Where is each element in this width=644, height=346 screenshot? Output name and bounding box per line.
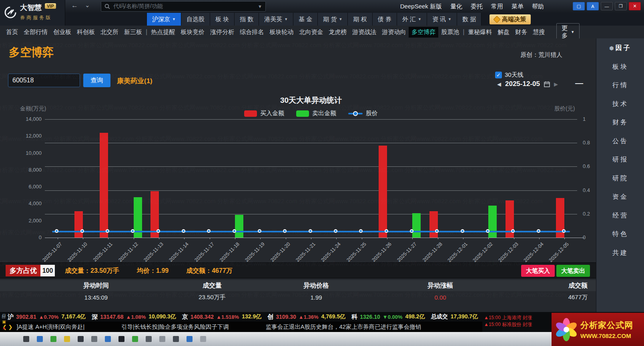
- nav-tab-板块[interactable]: 板 块: [210, 13, 235, 26]
- taskbar-icon[interactable]: [78, 336, 84, 342]
- date-next-icon[interactable]: ▶: [554, 81, 558, 87]
- index-name[interactable]: 沪: [8, 313, 14, 321]
- taskbar-icon[interactable]: [173, 336, 179, 342]
- taskbar-icon[interactable]: [64, 336, 70, 342]
- legend-item-卖出金额[interactable]: 卖出金额: [296, 110, 336, 117]
- font-button[interactable]: A: [587, 2, 599, 10]
- restore-button[interactable]: ❐: [615, 2, 627, 10]
- nav-tab-期权[interactable]: 期 权: [348, 13, 372, 26]
- date-prev-icon[interactable]: ◀: [497, 81, 501, 87]
- ticker-headline[interactable]: 引导|长钱长投|险企多项业务风险因子下调: [121, 323, 229, 331]
- sidebar-item-公告[interactable]: 公告: [596, 137, 644, 146]
- taskbar-icon[interactable]: [118, 336, 124, 342]
- menu-item-新三板[interactable]: 新三板: [121, 27, 145, 38]
- taskbar-icon[interactable]: [23, 336, 29, 342]
- big-sell-button[interactable]: 大笔卖出: [556, 265, 590, 277]
- taskbar-icon[interactable]: [50, 336, 56, 342]
- sidebar-item-板块[interactable]: 板块: [596, 63, 644, 71]
- taskbar-icon[interactable]: [132, 336, 138, 342]
- nav-tab-期货[interactable]: 期 货▼: [318, 13, 348, 26]
- chevron-down-icon[interactable]: ⌄: [85, 2, 90, 9]
- table-row[interactable]: 13:45:09 23.50万手 1.99 0.00 4677万: [0, 291, 596, 303]
- premium-label: 高端决策: [502, 16, 526, 23]
- title-menu-item[interactable]: 常用: [491, 3, 503, 10]
- nav-tab-港美英[interactable]: 港美英▼: [259, 13, 293, 26]
- menu-item-板块轮动[interactable]: 板块轮动: [267, 27, 296, 38]
- taskbar-icon[interactable]: [187, 336, 193, 342]
- menu-item-游资战法[interactable]: 游资战法: [349, 27, 379, 38]
- menu-item-解盘[interactable]: 解盘: [495, 27, 512, 38]
- title-menu-item[interactable]: 帮助: [532, 3, 544, 10]
- sidebar-item-经营[interactable]: 经营: [596, 212, 644, 220]
- nav-tab-沪深京[interactable]: 沪深京▼: [146, 13, 181, 26]
- menu-item-全部行情[interactable]: 全部行情: [21, 27, 50, 38]
- sidebar-item-财务[interactable]: 财务: [596, 118, 644, 127]
- mini-key-icon[interactable]: ▣: [2, 320, 6, 324]
- taskbar-icon[interactable]: [146, 336, 152, 342]
- menu-item-板块竞价[interactable]: 板块竞价: [178, 27, 207, 38]
- legend-item-买入金额[interactable]: 买入金额: [244, 110, 284, 117]
- sidebar-item-研报[interactable]: 研报: [596, 156, 644, 164]
- ticker-headline[interactable]: 监事会正退出A股历史舞台，42家上市券商已进行监事会撤销: [266, 323, 421, 331]
- back-arrow-icon[interactable]: ←: [71, 2, 78, 10]
- menu-item-创业板[interactable]: 创业板: [50, 27, 74, 38]
- index-name[interactable]: 科: [351, 313, 357, 321]
- mini-window-icon[interactable]: ⊡: [2, 313, 6, 318]
- stock-code-input[interactable]: 600518: [8, 74, 80, 87]
- minimize-button[interactable]: —: [601, 2, 613, 10]
- collapse-icon[interactable]: —: [575, 78, 583, 88]
- sidebar-item-资金[interactable]: 资金: [596, 193, 644, 201]
- index-name[interactable]: 创: [267, 313, 273, 321]
- big-buy-button[interactable]: 大笔买入: [521, 265, 555, 277]
- nav-tab-指数[interactable]: 指 数: [235, 13, 259, 26]
- mini-alert-icon[interactable]: ▲: [2, 326, 6, 330]
- menu-item-北交所[interactable]: 北交所: [98, 27, 121, 38]
- title-menu-item[interactable]: DeepSeek 新版: [400, 3, 442, 10]
- sidebar-item-研院[interactable]: 研院: [596, 174, 644, 183]
- taskbar-icon[interactable]: [105, 336, 111, 342]
- title-menu-item[interactable]: 量化: [450, 3, 462, 10]
- title-menu-item[interactable]: 菜单: [512, 3, 524, 10]
- menu-item-北向资金[interactable]: 北向资金: [296, 27, 326, 38]
- taskbar-icon[interactable]: [91, 336, 97, 342]
- taskbar-icon[interactable]: [37, 336, 43, 342]
- nav-tab-基金[interactable]: 基 金: [293, 13, 318, 26]
- premium-button[interactable]: 高端决策: [490, 14, 531, 24]
- menu-item-董秘爆料[interactable]: 董秘爆料: [465, 27, 495, 38]
- menu-item-龙虎榜[interactable]: 龙虎榜: [326, 27, 349, 38]
- sidebar-item-技术[interactable]: 技术: [596, 100, 644, 108]
- menu-item-股票池[interactable]: 股票池: [438, 27, 462, 38]
- search-dropdown-icon[interactable]: ▼: [258, 4, 262, 9]
- menu-item-财务[interactable]: 财务: [512, 27, 530, 38]
- nav-tab-自选股[interactable]: 自选股: [181, 13, 210, 26]
- sidebar-item-共建[interactable]: 共建: [596, 249, 644, 257]
- legend-item-股价[interactable]: 股价: [348, 110, 378, 117]
- query-button[interactable]: 查询: [83, 74, 110, 87]
- menu-item-科创板[interactable]: 科创板: [74, 27, 98, 38]
- taskbar-icon[interactable]: [200, 336, 206, 342]
- screen-mode-button[interactable]: ▢: [573, 2, 585, 10]
- line-toggle-checkbox[interactable]: ✓: [495, 72, 502, 78]
- sidebar-item-因子[interactable]: ⬢因子: [596, 44, 644, 52]
- taskbar-icon[interactable]: [159, 336, 165, 342]
- menu-item-多空博弈[interactable]: 多空博弈: [409, 27, 438, 38]
- title-menu-item[interactable]: 委托: [471, 3, 483, 10]
- nav-tab-外汇[interactable]: 外 汇▼: [397, 13, 427, 26]
- search-input[interactable]: 代码/名称/简拼/功能 ▼: [101, 1, 266, 12]
- menu-item-综合排名[interactable]: 综合排名: [237, 27, 267, 38]
- ticker-headline[interactable]: ]A提速 A+H演绎|双向奔赴|: [16, 323, 84, 331]
- menu-item-慧搜[interactable]: 慧搜: [530, 27, 548, 38]
- menu-item-涨停分析[interactable]: 涨停分析: [207, 27, 237, 38]
- nav-tab-债券[interactable]: 债 券: [373, 13, 397, 26]
- calendar-icon[interactable]: [544, 81, 550, 87]
- sidebar-item-行情[interactable]: 行情: [596, 81, 644, 90]
- menu-item-热点提醒[interactable]: 热点提醒: [148, 27, 178, 38]
- nav-tab-资讯[interactable]: 资 讯▼: [427, 13, 457, 26]
- menu-item-游资动向[interactable]: 游资动向: [379, 27, 409, 38]
- index-name[interactable]: 深: [92, 313, 98, 321]
- nav-tab-数据[interactable]: 数 据: [457, 13, 481, 26]
- menu-item-首页[interactable]: 首页: [3, 27, 21, 38]
- index-name[interactable]: 京: [182, 313, 188, 321]
- sidebar-item-特色[interactable]: 特色: [596, 230, 644, 238]
- close-button[interactable]: ✕: [629, 2, 641, 10]
